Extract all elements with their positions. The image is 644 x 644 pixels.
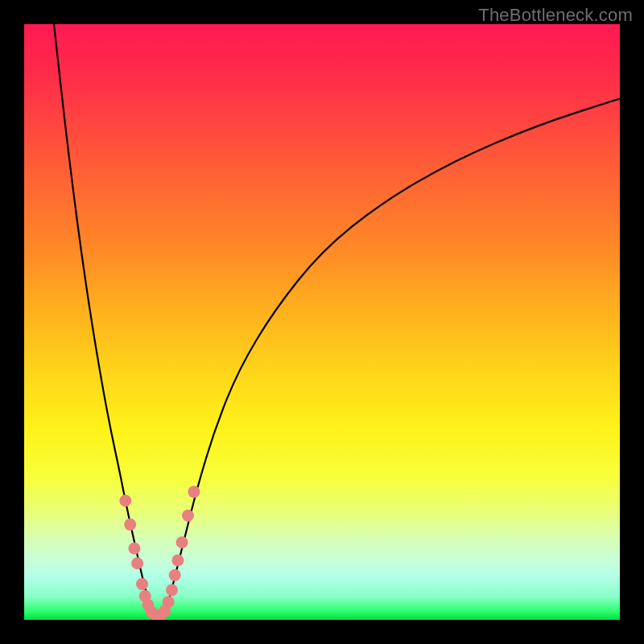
- data-point-marker: [166, 584, 178, 597]
- data-point-marker: [136, 578, 148, 590]
- watermark-text: TheBottleneck.com: [478, 5, 633, 26]
- data-point-marker: [124, 518, 136, 530]
- curve-layer: [54, 24, 620, 614]
- curve-right-branch: [164, 99, 620, 614]
- data-point-marker: [163, 596, 175, 608]
- data-point-marker: [188, 485, 200, 497]
- data-point-marker: [131, 557, 143, 569]
- data-point-marker: [176, 536, 188, 548]
- chart-svg: [24, 24, 620, 620]
- data-point-marker: [128, 543, 140, 555]
- data-point-marker: [182, 510, 194, 522]
- outer-frame: TheBottleneck.com: [0, 0, 644, 644]
- curve-left-branch: [54, 24, 152, 614]
- data-point-marker: [169, 569, 181, 581]
- data-point-marker: [171, 555, 184, 567]
- marker-layer: [119, 485, 200, 620]
- plot-area: [24, 24, 620, 620]
- data-point-marker: [119, 495, 131, 507]
